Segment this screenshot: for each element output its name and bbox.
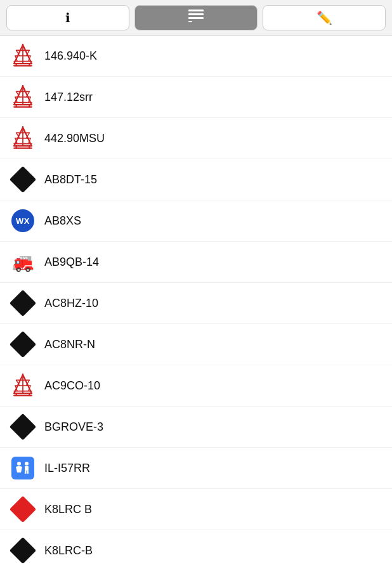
item-label: AB8DT-15 [44, 173, 97, 186]
item-label: AC8NR-N [44, 338, 95, 351]
info-button[interactable]: ℹ [6, 5, 129, 30]
list-item[interactable]: IL-I57RR [0, 448, 392, 489]
item-list: 146.940-K 147.12srr [0, 36, 392, 567]
firetruck-icon: 🚒 [9, 248, 37, 276]
item-label: BGROVE-3 [44, 420, 103, 434]
item-label: AB9QB-14 [44, 256, 99, 269]
svg-rect-74 [25, 466, 29, 471]
list-item[interactable]: WXAB8XS [0, 200, 392, 242]
edit-button[interactable]: ✏️ [263, 5, 386, 30]
info-icon: ℹ [65, 10, 70, 25]
list-item[interactable]: 442.90MSU [0, 118, 392, 159]
list-item[interactable]: BGROVE-3 [0, 407, 392, 448]
svg-rect-76 [27, 471, 29, 474]
item-label: 442.90MSU [44, 132, 105, 145]
svg-point-73 [25, 462, 29, 466]
item-label: AB8XS [44, 214, 81, 228]
diamond-black-icon [9, 537, 37, 564]
toolbar: ℹ ✏️ [0, 0, 392, 36]
list-item[interactable]: K8LRC B [0, 489, 392, 530]
svg-rect-3 [188, 21, 192, 22]
list-item[interactable]: 146.940-K [0, 36, 392, 77]
list-icon [188, 10, 204, 25]
diamond-black-icon [9, 166, 37, 193]
list-item[interactable]: K8LRC-B [0, 530, 392, 567]
tower-icon [9, 42, 37, 70]
restroom-icon [9, 454, 37, 482]
tower-icon [9, 372, 37, 400]
svg-rect-0 [188, 10, 204, 11]
list-item[interactable]: 147.12srr [0, 77, 392, 118]
item-label: 146.940-K [44, 49, 97, 63]
svg-rect-75 [25, 471, 27, 474]
tower-icon [9, 83, 37, 111]
item-label: AC8HZ-10 [44, 297, 98, 310]
tower-icon [9, 124, 37, 152]
item-label: K8LRC-B [44, 544, 93, 557]
item-label: 147.12srr [44, 91, 93, 104]
list-item[interactable]: AC9CO-10 [0, 365, 392, 407]
svg-rect-1 [188, 13, 204, 15]
item-label: K8LRC B [44, 503, 92, 516]
list-item[interactable]: 🚒AB9QB-14 [0, 242, 392, 283]
list-item[interactable]: AC8HZ-10 [0, 283, 392, 324]
diamond-black-icon [9, 330, 37, 358]
diamond-red-icon [9, 495, 37, 523]
diamond-black-icon [9, 289, 37, 317]
diamond-black-icon [9, 413, 37, 441]
svg-rect-2 [188, 17, 204, 19]
item-label: IL-I57RR [44, 462, 90, 475]
item-label: AC9CO-10 [44, 379, 100, 393]
svg-point-72 [17, 462, 21, 466]
edit-icon: ✏️ [317, 10, 332, 25]
list-button[interactable] [134, 5, 258, 30]
wx-icon: WX [9, 207, 37, 235]
list-item[interactable]: AC8NR-N [0, 324, 392, 365]
list-item[interactable]: AB8DT-15 [0, 159, 392, 200]
